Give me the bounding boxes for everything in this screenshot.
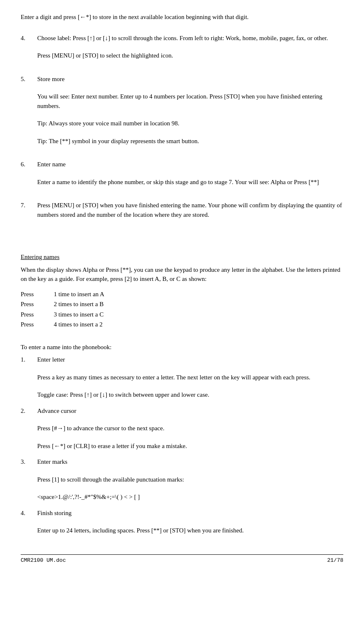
item-content: Finish storing Enter up to 24 letters, i… (37, 508, 343, 538)
press-value: 3 times to insert a C (54, 310, 343, 319)
list-item: 5. Store more You will see: Enter next n… (21, 74, 343, 149)
press-label: Press (21, 290, 54, 299)
item-sub-0: Enter up to 24 letters, including spaces… (37, 526, 343, 535)
intro-text: Enter a digit and press [←*] to store in… (21, 12, 343, 22)
item-sub-0: You will see: Enter next number. Enter u… (37, 92, 343, 110)
item-heading: Choose label: Press [↑] or [↓] to scroll… (37, 34, 343, 43)
press-value: 2 times to insert a B (54, 300, 343, 309)
press-value: 1 time to insert an A (54, 290, 343, 299)
footer-right: 21/78 (327, 556, 343, 565)
item-sub-0: Press [MENU] or [STO] to select the high… (37, 51, 343, 60)
press-label: Press (21, 300, 54, 309)
list-item: 4. Finish storing Enter up to 24 letters… (21, 508, 343, 538)
footer-left: CMR2100 UM.doc (21, 556, 66, 565)
item-heading: Finish storing (37, 508, 343, 518)
item-number: 4. (21, 34, 37, 43)
phonebook-section: To enter a name into the phonebook: 1. E… (21, 343, 343, 538)
item-content: Store more You will see: Enter next numb… (37, 74, 343, 149)
phonebook-intro: To enter a name into the phonebook: (21, 343, 343, 352)
press-row-0: Press 1 time to insert an A (21, 290, 343, 299)
list-item: 7. Press [MENU] or [STO] when you have f… (21, 201, 343, 222)
item-number: 4. (21, 508, 37, 518)
press-row-3: Press 4 times to insert a 2 (21, 320, 343, 329)
item-heading: Advance cursor (37, 406, 343, 416)
item-sub-1: Tip: Always store your voice mail number… (37, 119, 343, 128)
page-footer: CMR2100 UM.doc 21/78 (21, 554, 343, 565)
item-content: Advance cursor Press [#→] to advance the… (37, 406, 343, 453)
item-sub-1: Toggle case: Press [↑] or [↓] to switch … (37, 390, 343, 400)
list-item: 2. Advance cursor Press [#→] to advance … (21, 406, 343, 453)
item-content: Enter marks Press [1] to scroll through … (37, 457, 343, 504)
list-item: 6. Enter name Enter a name to identify t… (21, 160, 343, 189)
list-item: 1. Enter letter Press a key as many time… (21, 355, 343, 402)
item-number: 3. (21, 457, 37, 467)
page-content: Enter a digit and press [←*] to store in… (21, 12, 343, 564)
item-content: Press [MENU] or [STO] when you have fini… (37, 201, 343, 222)
item-sub-0: Press a key as many times as necessary t… (37, 373, 343, 382)
item-heading: Store more (37, 74, 343, 84)
item-number: 5. (21, 74, 37, 84)
item-content: Enter letter Press a key as many times a… (37, 355, 343, 402)
item-sub-1: <space>1.@/:',?!-_#*"$%&+;=\( ) < > [ ] (37, 492, 343, 502)
item-heading: Enter letter (37, 355, 343, 364)
item-sub-1: Press [←*] or [CLR] to erase a letter if… (37, 441, 343, 451)
list-item: 3. Enter marks Press [1] to scroll throu… (21, 457, 343, 504)
entering-names-intro: When the display shows Alpha or Press [*… (21, 265, 343, 284)
item-heading: Enter name (37, 160, 343, 169)
list-item: 4. Choose label: Press [↑] or [↓] to scr… (21, 34, 343, 63)
item-sub-0: Enter a name to identify the phone numbe… (37, 177, 343, 187)
press-table: Press 1 time to insert an A Press 2 time… (21, 290, 343, 329)
item-sub-0: Press [1] to scroll through the availabl… (37, 475, 343, 484)
entering-names-section: Entering names When the display shows Al… (21, 252, 343, 329)
item-heading: Enter marks (37, 457, 343, 467)
item-content: Choose label: Press [↑] or [↓] to scroll… (37, 34, 343, 63)
item-content: Enter name Enter a name to identify the … (37, 160, 343, 189)
item-number: 2. (21, 406, 37, 416)
item-number: 7. (21, 201, 37, 210)
press-row-2: Press 3 times to insert a C (21, 310, 343, 319)
press-label: Press (21, 310, 54, 319)
item-heading: Press [MENU] or [STO] when you have fini… (37, 201, 343, 219)
item-sub-2: Tip: The [**] symbol in your display rep… (37, 137, 343, 146)
press-value: 4 times to insert a 2 (54, 320, 343, 329)
item-sub-0: Press [#→] to advance the cursor to the … (37, 424, 343, 433)
numbered-section-top: 4. Choose label: Press [↑] or [↓] to scr… (21, 34, 343, 222)
item-number: 6. (21, 160, 37, 169)
item-number: 1. (21, 355, 37, 364)
press-row-1: Press 2 times to insert a B (21, 300, 343, 309)
press-label: Press (21, 320, 54, 329)
section-title-entering-names: Entering names (21, 252, 343, 262)
